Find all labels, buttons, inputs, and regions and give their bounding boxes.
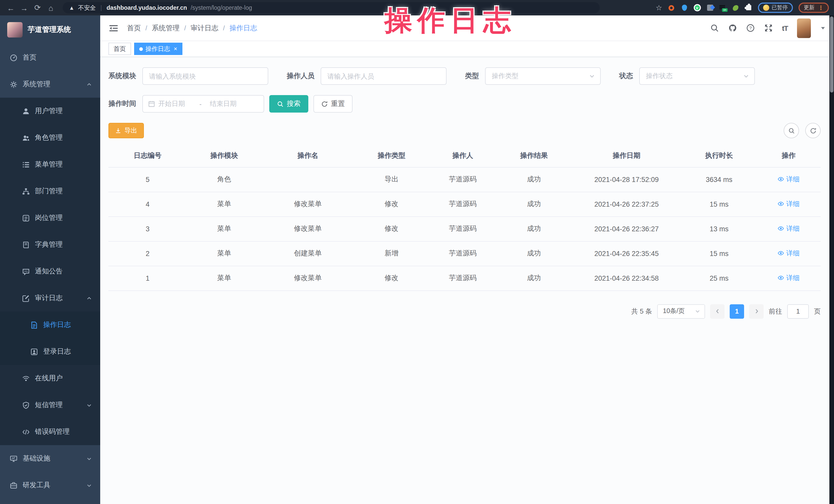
detail-link[interactable]: 详细 — [777, 199, 799, 209]
close-icon[interactable]: × — [174, 46, 177, 52]
status-select[interactable]: 操作状态 — [639, 67, 755, 85]
sidebar-item-dictionary-book[interactable]: 字典管理 — [0, 231, 100, 258]
app-logo-row[interactable]: 芋道管理系统 — [0, 16, 100, 44]
tab-tag-0[interactable]: 首页 — [108, 43, 131, 55]
current-page-button[interactable]: 1 — [730, 304, 744, 319]
url-host: dashboard.yudao.iocoder.cn — [107, 5, 187, 11]
update-button[interactable]: 更新 ⋮ — [798, 3, 829, 13]
table-cell: 角色 — [187, 167, 262, 192]
module-input[interactable] — [142, 67, 268, 85]
extension-on-icon[interactable]: on — [719, 4, 726, 11]
address-bar[interactable]: ▲ 不安全 | dashboard.yudao.iocoder.cn/syste… — [63, 2, 600, 13]
sidebar-item-infrastructure-monitor[interactable]: 基础设施 — [0, 445, 100, 472]
avatar-caret-icon[interactable] — [820, 23, 826, 32]
sidebar-item-org-tree[interactable]: 部门管理 — [0, 178, 100, 204]
extension-orange-icon[interactable] — [668, 4, 675, 11]
table-cell: 菜单 — [187, 241, 262, 266]
security-label: 不安全 — [78, 4, 96, 12]
extension-blocks-icon[interactable] — [706, 4, 714, 11]
prev-page-button[interactable] — [710, 304, 725, 319]
date-range-picker[interactable]: 开始日期 - 结束日期 — [142, 95, 264, 113]
help-icon[interactable]: ? — [746, 24, 755, 32]
page-size-select[interactable]: 10条/页 — [657, 304, 705, 319]
sidebar-item-login-log[interactable]: 登录日志 — [0, 338, 100, 365]
detail-link[interactable]: 详细 — [777, 249, 799, 258]
table-cell: 3 — [108, 216, 187, 241]
reload-icon[interactable]: ⟳ — [32, 2, 43, 13]
pagination: 共 5 条 10条/页 1 前往 页 — [108, 304, 821, 319]
bookmark-star-icon[interactable]: ☆ — [656, 4, 662, 12]
sidebar-item-operate-log-doc[interactable]: 操作日志 — [0, 311, 100, 338]
goto-page-input[interactable] — [787, 304, 809, 319]
operator-input[interactable] — [321, 67, 446, 85]
table-cell: 15 ms — [682, 192, 756, 216]
column-header: 操作结果 — [497, 145, 571, 167]
reset-button[interactable]: 重置 — [313, 95, 352, 113]
sidebar-item-user[interactable]: 用户管理 — [0, 98, 100, 125]
table-cell: 芋道源码 — [429, 192, 497, 216]
font-size-icon[interactable]: tT — [782, 24, 788, 32]
breadcrumb-item: 操作日志 — [229, 23, 257, 32]
column-header: 操作日期 — [571, 145, 682, 167]
eye-icon — [777, 176, 784, 183]
detail-link[interactable]: 详细 — [777, 224, 799, 233]
paused-label: 已暂停 — [772, 4, 788, 11]
fullscreen-icon[interactable] — [764, 24, 773, 32]
user-avatar[interactable] — [797, 18, 811, 38]
sidebar-item-label: 岗位管理 — [35, 213, 63, 223]
breadcrumb: 首页/系统管理/审计日志/操作日志 — [127, 23, 257, 32]
table-cell: 芋道源码 — [429, 167, 497, 192]
sidebar-item-dev-tools-briefcase[interactable]: 研发工具 — [0, 472, 100, 499]
breadcrumb-item[interactable]: 首页 — [127, 23, 141, 32]
scrollbar-thumb[interactable] — [830, 17, 833, 92]
extension-drop-icon[interactable] — [681, 4, 688, 11]
back-icon[interactable]: ← — [5, 2, 17, 13]
breadcrumb-item[interactable]: 审计日志 — [191, 23, 218, 32]
dev-tools-briefcase-icon — [9, 481, 18, 489]
search-icon — [788, 127, 795, 134]
kebab-menu-icon[interactable]: ⋮ — [818, 4, 824, 11]
search-button[interactable]: 搜索 — [269, 95, 308, 113]
refresh-icon — [810, 127, 816, 134]
search-icon[interactable] — [710, 24, 719, 32]
extension-leaf-icon[interactable] — [732, 4, 739, 11]
gear-icon — [9, 80, 18, 88]
detail-link[interactable]: 详细 — [777, 175, 799, 184]
sidebar-item-user-group[interactable]: 角色管理 — [0, 125, 100, 151]
tab-tag-1[interactable]: 操作日志× — [134, 43, 182, 55]
sidebar-item-gear[interactable]: 系统管理 — [0, 71, 100, 98]
refresh-table-button[interactable] — [805, 123, 821, 138]
start-date-placeholder[interactable]: 开始日期 — [158, 99, 195, 108]
sidebar-item-audit-edit[interactable]: 审计日志 — [0, 285, 100, 311]
extensions-puzzle-icon[interactable] — [745, 4, 752, 11]
home-icon[interactable]: ⌂ — [45, 2, 57, 13]
forward-icon[interactable]: → — [19, 2, 30, 13]
detail-link[interactable]: 详细 — [777, 273, 799, 283]
toggle-search-button[interactable] — [784, 123, 799, 138]
collapse-sidebar-icon[interactable] — [108, 23, 119, 33]
sidebar-item-sms-shield[interactable]: 短信管理 — [0, 392, 100, 418]
table-cell: 创建菜单 — [262, 241, 354, 266]
status-select-value: 操作状态 — [646, 71, 673, 81]
sidebar-item-post-badge[interactable]: 岗位管理 — [0, 204, 100, 231]
extension-v-icon[interactable]: v — [694, 4, 701, 11]
column-header: 执行时长 — [682, 145, 756, 167]
end-date-placeholder[interactable]: 结束日期 — [210, 99, 247, 108]
breadcrumb-item[interactable]: 系统管理 — [152, 23, 180, 32]
export-button[interactable]: 导出 — [108, 123, 144, 138]
github-icon[interactable] — [728, 24, 737, 32]
table-cell: 1 — [108, 266, 187, 290]
sidebar-item-dashboard[interactable]: 首页 — [0, 44, 100, 71]
paused-chip[interactable]: 已暂停 — [758, 3, 793, 13]
next-page-button[interactable] — [749, 304, 764, 319]
sidebar-item-online-user[interactable]: 在线用户 — [0, 365, 100, 392]
tags-bar: 首页操作日志× — [100, 41, 834, 57]
table-cell: 成功 — [497, 192, 571, 216]
column-header: 操作名 — [262, 145, 354, 167]
sidebar-item-error-code[interactable]: 错误码管理 — [0, 418, 100, 445]
type-select[interactable]: 操作类型 — [485, 67, 601, 85]
sidebar-item-announcement-bubble[interactable]: 通知公告 — [0, 258, 100, 285]
sidebar-item-menu-list[interactable]: 菜单管理 — [0, 151, 100, 178]
refresh-icon — [321, 101, 328, 107]
error-code-icon — [22, 428, 30, 436]
